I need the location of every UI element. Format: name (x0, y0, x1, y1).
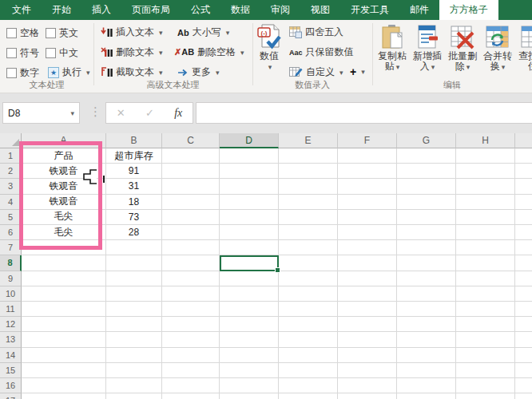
cell-F4[interactable] (338, 195, 397, 210)
select-all-corner[interactable] (0, 133, 22, 148)
checkbox-english[interactable]: 英文 (46, 26, 78, 40)
tab-review[interactable]: 审阅 (260, 0, 300, 20)
cell-A1[interactable]: 产品 (22, 148, 106, 164)
row-header-1[interactable]: 1 (0, 148, 22, 164)
cell-E13[interactable] (279, 332, 338, 347)
cell-F7[interactable] (338, 240, 397, 255)
row-header-6[interactable]: 6 (0, 225, 22, 240)
cell-G8[interactable] (397, 255, 456, 271)
name-box[interactable]: D8 ▾ (2, 102, 80, 124)
cell-A12[interactable] (22, 317, 106, 332)
cell-F5[interactable] (338, 210, 397, 225)
cell-G12[interactable] (397, 317, 456, 332)
row-header-9[interactable]: 9 (0, 271, 22, 286)
cell-G7[interactable] (397, 240, 456, 255)
cell-G14[interactable] (397, 348, 456, 363)
cell-H1[interactable] (456, 148, 515, 164)
insert-text-button[interactable]: 插入文本 (101, 26, 163, 39)
cell-H10[interactable] (456, 286, 515, 302)
cell-C13[interactable] (162, 332, 220, 347)
cell-E5[interactable] (279, 210, 338, 225)
cell-E7[interactable] (279, 240, 338, 255)
cell-A8[interactable] (22, 255, 106, 271)
cell-G4[interactable] (397, 195, 456, 210)
cell-H14[interactable] (456, 348, 515, 363)
tab-page-layout[interactable]: 页面布局 (121, 0, 181, 20)
cell-I16[interactable] (515, 378, 532, 393)
value-big-button[interactable]: (-) 数值 (252, 22, 287, 88)
tab-insert[interactable]: 插入 (81, 0, 121, 20)
formula-input[interactable] (196, 102, 532, 124)
cell-D13[interactable] (220, 332, 279, 347)
custom-button[interactable]: 自定义 (289, 65, 343, 79)
cell-B11[interactable] (106, 302, 162, 317)
cell-D3[interactable] (220, 179, 279, 194)
row-header-10[interactable]: 10 (0, 286, 22, 302)
cell-F6[interactable] (338, 225, 397, 240)
column-header-F[interactable]: F (338, 133, 397, 148)
batch-delete-button[interactable]: 批量删 除 (444, 22, 481, 88)
row-header-11[interactable]: 11 (0, 302, 22, 317)
column-header-E[interactable]: E (279, 133, 338, 148)
column-header-I[interactable]: I (515, 133, 532, 148)
cell-D2[interactable] (220, 164, 279, 179)
column-header-H[interactable]: H (456, 133, 515, 148)
row-header-2[interactable]: 2 (0, 164, 22, 179)
cell-F14[interactable] (338, 348, 397, 363)
cell-E9[interactable] (279, 271, 338, 286)
column-header-C[interactable]: C (162, 133, 220, 148)
cell-G10[interactable] (397, 286, 456, 302)
cell-A14[interactable] (22, 348, 106, 363)
column-header-B[interactable]: B (106, 133, 162, 148)
execute-button[interactable]: ★ 执行 (48, 65, 90, 79)
cell-H8[interactable] (456, 255, 515, 271)
cell-A11[interactable] (22, 302, 106, 317)
cell-I15[interactable] (515, 363, 532, 378)
row-header-13[interactable]: 13 (0, 332, 22, 347)
cell-B1[interactable]: 超市库存 (106, 148, 162, 164)
checkbox-chinese[interactable]: 中文 (46, 46, 78, 60)
cell-H13[interactable] (456, 332, 515, 347)
cell-I10[interactable] (515, 286, 532, 302)
cell-B6[interactable]: 28 (106, 225, 162, 240)
cell-G16[interactable] (397, 378, 456, 393)
cell-A13[interactable] (22, 332, 106, 347)
cell-E3[interactable] (279, 179, 338, 194)
cell-C7[interactable] (162, 240, 220, 255)
tab-fangfanggezi[interactable]: 方方格子 (439, 0, 498, 20)
find-locate-button[interactable]: 查找定 位 (514, 22, 532, 88)
cell-I11[interactable] (515, 302, 532, 317)
cell-I13[interactable] (515, 332, 532, 347)
cell-B5[interactable]: 73 (106, 210, 162, 225)
cell-C3[interactable] (162, 179, 220, 194)
cell-C9[interactable] (162, 271, 220, 286)
cancel-icon[interactable]: ✕ (117, 107, 125, 119)
cell-A16[interactable] (22, 378, 106, 393)
cell-C4[interactable] (162, 195, 220, 210)
cell-F15[interactable] (338, 363, 397, 378)
cell-F3[interactable] (338, 179, 397, 194)
cell-G17[interactable] (397, 393, 456, 399)
cell-A9[interactable] (22, 271, 106, 286)
cell-C8[interactable] (162, 255, 220, 271)
delete-space-button[interactable]: ✗AB 删除空格 (174, 45, 244, 59)
cell-I9[interactable] (515, 271, 532, 286)
cell-G2[interactable] (397, 164, 456, 179)
cell-H15[interactable] (456, 363, 515, 378)
cell-I17[interactable] (515, 393, 532, 399)
cell-E15[interactable] (279, 363, 338, 378)
cell-F16[interactable] (338, 378, 397, 393)
cell-D12[interactable] (220, 317, 279, 332)
row-header-4[interactable]: 4 (0, 195, 22, 210)
tab-file[interactable]: 文件 (2, 0, 42, 20)
cell-H17[interactable] (456, 393, 515, 399)
tab-mail[interactable]: 邮件 (399, 0, 439, 20)
cell-B7[interactable] (106, 240, 162, 255)
cell-E4[interactable] (279, 195, 338, 210)
cell-E12[interactable] (279, 317, 338, 332)
cell-D5[interactable] (220, 210, 279, 225)
cell-E6[interactable] (279, 225, 338, 240)
cell-C11[interactable] (162, 302, 220, 317)
cell-F9[interactable] (338, 271, 397, 286)
cell-F8[interactable] (338, 255, 397, 271)
